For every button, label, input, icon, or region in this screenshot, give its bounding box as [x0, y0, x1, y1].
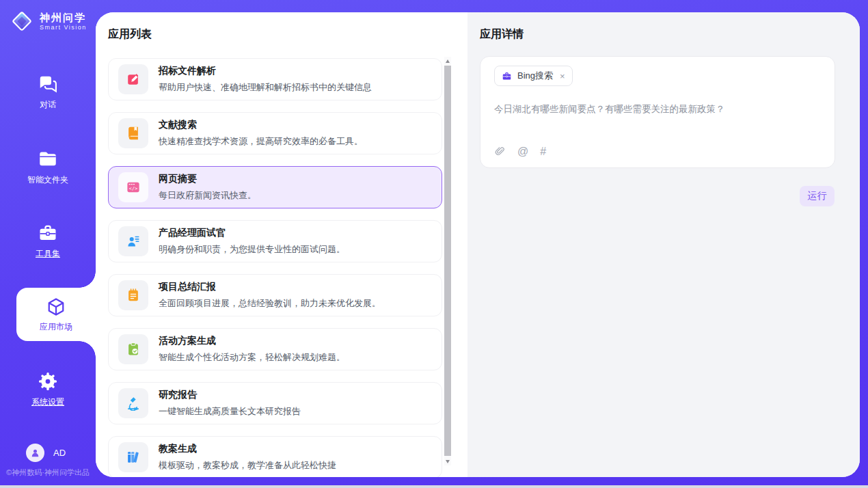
tool-chip-label: Bing搜索 — [517, 70, 553, 82]
app-card-title: 产品经理面试官 — [159, 227, 345, 239]
app-card-title: 活动方案生成 — [159, 335, 345, 347]
brand-logo: 神州问学 Smart Vision — [9, 8, 87, 34]
books-icon — [118, 442, 148, 472]
app-card[interactable]: 活动方案生成 智能生成个性化活动方案，轻松解决规划难题。 — [108, 328, 442, 370]
scroll-up-arrow[interactable] — [444, 57, 451, 65]
sidebar-footer: ©神州数码·神州问学出品 — [0, 467, 96, 478]
diamond-logo-icon — [9, 8, 35, 34]
app-card-desc: 每日政府新闻资讯快查。 — [159, 189, 256, 202]
app-card-desc: 明确身份和职责，为您提供专业性的面试问题。 — [159, 243, 345, 256]
app-list-scrollbar[interactable] — [444, 57, 451, 465]
app-list-panel: 应用列表 招标文件解析 帮助用户快速、准确地理解和解析招标书中的关键信息 文献搜… — [96, 12, 467, 477]
query-input[interactable]: 今日湖北有哪些新闻要点？有哪些需要关注的最新政策？ — [494, 103, 822, 116]
app-card-title: 项目总结汇报 — [159, 281, 381, 293]
brand-name: 神州问学 — [40, 12, 87, 24]
clipboard-check-icon — [118, 334, 148, 364]
app-card[interactable]: </> 网页摘要 每日政府新闻资讯快查。 — [108, 166, 442, 208]
app-detail-panel: 应用详情 Bing搜索 × 今日湖北有哪些新闻要点？有哪些需要关注的最新政策？ … — [467, 12, 860, 477]
chat-icon — [0, 74, 96, 94]
person-icon — [30, 448, 40, 458]
app-card-desc: 全面回顾项目进展，总结经验教训，助力未来优化发展。 — [159, 297, 381, 310]
person-doc-icon — [118, 226, 148, 256]
doc-edit-icon — [118, 64, 148, 94]
toolbox-icon — [0, 223, 96, 243]
app-list-title: 应用列表 — [108, 27, 152, 42]
app-card-desc: 一键智能生成高质量长文本研究报告 — [159, 405, 301, 418]
app-card-title: 招标文件解析 — [159, 65, 372, 77]
briefcase-icon — [502, 71, 512, 81]
cube-icon — [46, 297, 66, 317]
sidebar-item-smart-folder[interactable]: 智能文件夹 — [0, 149, 96, 186]
app-card[interactable]: 研究报告 一键智能生成高质量长文本研究报告 — [108, 382, 442, 424]
folder-icon — [0, 149, 96, 170]
scroll-down-arrow[interactable] — [444, 457, 451, 465]
run-button[interactable]: 运行 — [800, 186, 835, 206]
tool-chip-bing-search[interactable]: Bing搜索 × — [494, 66, 573, 86]
app-card-title: 教案生成 — [159, 443, 336, 455]
chip-close-icon[interactable]: × — [560, 72, 565, 81]
at-mention-icon[interactable]: @ — [517, 146, 528, 157]
book-icon — [118, 118, 148, 148]
app-card[interactable]: 产品经理面试官 明确身份和职责，为您提供专业性的面试问题。 — [108, 220, 442, 262]
sidebar-item-label: 系统设置 — [0, 396, 96, 408]
user-name: AD — [53, 448, 66, 458]
content-area: 应用列表 招标文件解析 帮助用户快速、准确地理解和解析招标书中的关键信息 文献搜… — [96, 12, 860, 477]
app-card[interactable]: 招标文件解析 帮助用户快速、准确地理解和解析招标书中的关键信息 — [108, 58, 442, 100]
sidebar-item-app-market-active[interactable]: 应用市场 — [16, 288, 96, 341]
app-card-title: 文献搜索 — [159, 119, 363, 131]
sidebar-item-label: 工具集 — [0, 248, 96, 260]
prompt-input-card[interactable]: Bing搜索 × 今日湖北有哪些新闻要点？有哪些需要关注的最新政策？ @ # — [480, 56, 835, 168]
sidebar-item-label: 对话 — [0, 99, 96, 111]
app-card[interactable]: 教案生成 模板驱动，教案秒成，教学准备从此轻松快捷 — [108, 436, 442, 477]
brand-tagline: Smart Vision — [40, 24, 87, 31]
window-bottom-edge — [0, 485, 868, 488]
sidebar-item-toolset[interactable]: 工具集 — [0, 223, 96, 260]
app-card-desc: 帮助用户快速、准确地理解和解析招标书中的关键信息 — [159, 81, 372, 94]
app-card[interactable]: 文献搜索 快速精准查找学术资源，提高研究效率的必备工具。 — [108, 112, 442, 154]
scrollbar-thumb[interactable] — [444, 66, 451, 456]
app-detail-title: 应用详情 — [480, 27, 524, 42]
app-card-desc: 模板驱动，教案秒成，教学准备从此轻松快捷 — [159, 459, 336, 472]
notepad-icon — [118, 280, 148, 310]
sidebar-item-label: 应用市场 — [40, 321, 72, 333]
sidebar: 神州问学 Smart Vision 对话 智能文件夹 工具集 应用市场 系统设置… — [0, 0, 96, 485]
app-card[interactable]: 项目总结汇报 全面回顾项目进展，总结经验教训，助力未来优化发展。 — [108, 274, 442, 316]
hash-icon[interactable]: # — [540, 146, 546, 157]
sidebar-item-label: 智能文件夹 — [0, 174, 96, 186]
sidebar-item-settings[interactable]: 系统设置 — [0, 371, 96, 408]
app-card-desc: 智能生成个性化活动方案，轻松解决规划难题。 — [159, 351, 345, 364]
browser-code-icon: </> — [118, 172, 148, 202]
app-card-title: 研究报告 — [159, 389, 301, 401]
app-card-title: 网页摘要 — [159, 173, 256, 185]
sidebar-item-chat[interactable]: 对话 — [0, 74, 96, 111]
gear-icon — [0, 371, 96, 392]
paperclip-icon[interactable] — [494, 146, 506, 157]
microscope-icon — [118, 388, 148, 418]
app-card-desc: 快速精准查找学术资源，提高研究效率的必备工具。 — [159, 135, 363, 148]
user-account[interactable]: AD — [26, 444, 66, 462]
avatar — [26, 444, 44, 462]
input-toolbar: @ # — [494, 146, 546, 157]
app-card-list: 招标文件解析 帮助用户快速、准确地理解和解析招标书中的关键信息 文献搜索 快速精… — [108, 58, 442, 477]
svg-text:</>: </> — [129, 186, 137, 191]
